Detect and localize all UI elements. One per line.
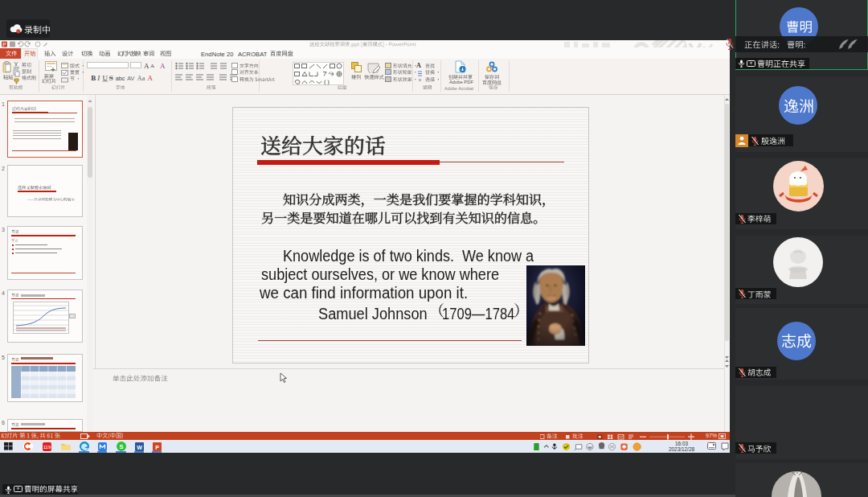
svg-text:P: P (2, 42, 6, 47)
svg-text:A: A (144, 62, 149, 69)
svg-text:S: S (109, 74, 113, 82)
svg-text:U: U (103, 74, 108, 82)
svg-text:AV: AV (127, 75, 134, 82)
svg-text:P: P (155, 444, 159, 450)
svg-text:A: A (150, 63, 154, 69)
svg-text:S: S (119, 443, 123, 450)
svg-text:I: I (96, 74, 100, 82)
svg-text:W: W (137, 444, 142, 450)
svg-text:Aa: Aa (137, 75, 145, 82)
svg-text:A: A (160, 62, 166, 69)
svg-text:A: A (416, 62, 421, 69)
svg-text:B: B (91, 74, 96, 82)
svg-text:119: 119 (43, 445, 51, 450)
svg-text:A: A (147, 74, 153, 82)
svg-text:abc: abc (116, 75, 125, 82)
